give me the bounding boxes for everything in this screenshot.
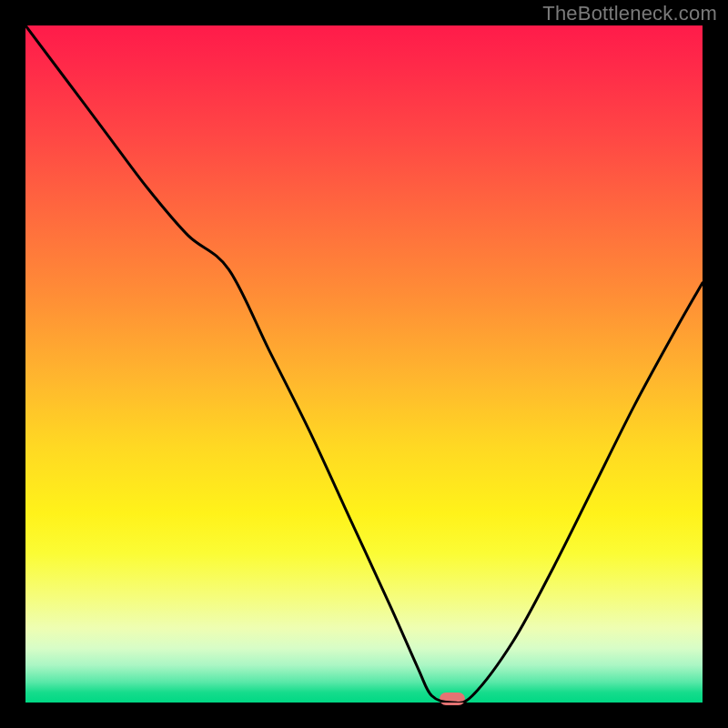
bottleneck-curve	[25, 25, 703, 703]
plot-area	[25, 25, 703, 703]
watermark-text: TheBottleneck.com	[542, 2, 717, 25]
chart-frame: TheBottleneck.com	[0, 0, 728, 728]
